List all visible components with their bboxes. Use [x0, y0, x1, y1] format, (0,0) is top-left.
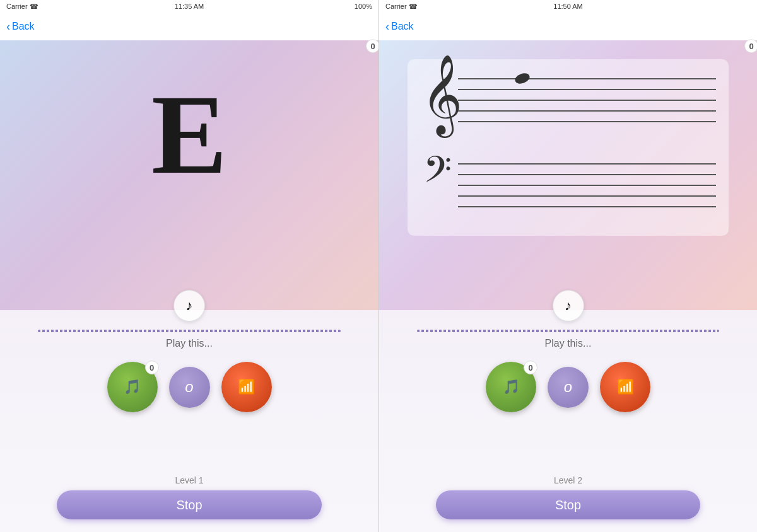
note-icon-circle-1[interactable]: ♪: [173, 290, 205, 321]
back-button-1[interactable]: ‹ Back: [6, 21, 35, 32]
note-icon-circle-2[interactable]: ♪: [553, 290, 584, 321]
screen-2: Carrier ☎ 11:50 AM ‹ Back 𝄞: [378, 0, 757, 532]
progress-dots-1: [38, 330, 341, 332]
progress-dots-2: [417, 330, 719, 332]
status-bar-1: Carrier ☎ 11:35 AM 100%: [0, 0, 378, 13]
status-bar-2: Carrier ☎ 11:50 AM: [379, 0, 757, 13]
progress-bar-1: [38, 329, 341, 333]
orange-badge-2: 0: [744, 39, 757, 53]
treble-staff: 𝄞: [420, 72, 716, 147]
purple-label-1: o: [185, 378, 193, 396]
note-head-treble: [513, 71, 531, 85]
bottom-panel-1: Play this... 🎵 0 o 📶 0: [0, 310, 378, 532]
back-label-1: Back: [12, 21, 35, 32]
note-letter-1: E: [151, 78, 227, 192]
treble-clef-icon: 𝄞: [421, 59, 462, 129]
purple-label-2: o: [564, 378, 572, 396]
staff-line-t1: [458, 78, 716, 79]
orange-button-2[interactable]: 📶 0: [600, 362, 650, 412]
note-icon-wrap-1: ♪: [173, 290, 205, 321]
content-overlay-1: E ♪ Play this... 🎵 0: [0, 40, 378, 532]
orange-button-1[interactable]: 📶 0: [221, 362, 272, 412]
green-note-icon-2: 🎵: [503, 379, 520, 395]
staff-line-t2: [458, 89, 716, 90]
staff-line-t5: [458, 121, 716, 122]
back-button-2[interactable]: ‹ Back: [385, 21, 414, 32]
green-badge-1: 0: [145, 361, 159, 374]
main-content-1: E ♪ Play this... 🎵 0: [0, 40, 378, 532]
green-button-1[interactable]: 🎵 0: [107, 362, 158, 412]
note-icon-wrap-2: ♪: [553, 290, 584, 321]
staff-line-b4: [458, 195, 716, 197]
purple-button-2[interactable]: o: [548, 367, 589, 408]
back-chevron-icon-1: ‹: [6, 21, 10, 32]
staff-line-b2: [458, 174, 716, 175]
orange-icon-1: 📶: [238, 379, 255, 395]
music-note-icon-1: ♪: [186, 298, 193, 314]
staff-line-b3: [458, 185, 716, 186]
staff-line-t3: [458, 100, 716, 101]
purple-button-1[interactable]: o: [169, 367, 210, 408]
back-chevron-icon-2: ‹: [385, 21, 389, 32]
staff-area-2: 𝄞 𝄢: [408, 59, 729, 236]
bass-clef-icon: 𝄢: [423, 152, 452, 196]
staff-line-t4: [458, 110, 716, 112]
level-text-1: Level 1: [175, 475, 203, 485]
orange-icon-2: 📶: [617, 379, 634, 395]
green-badge-2: 0: [524, 361, 537, 374]
music-note-icon-2: ♪: [565, 298, 572, 314]
buttons-row-2: 🎵 0 o 📶 0: [486, 362, 650, 412]
orange-badge-1: 0: [366, 39, 378, 53]
carrier-2: Carrier ☎: [385, 3, 418, 11]
level-text-2: Level 2: [554, 475, 582, 485]
screen-1: Carrier ☎ 11:35 AM 100% ‹ Back E ♪: [0, 0, 378, 532]
staff-line-b1: [458, 163, 716, 165]
content-overlay-2: 𝄞 𝄢: [379, 40, 757, 532]
time-2: 11:50 AM: [553, 3, 582, 10]
progress-bar-2: [417, 329, 719, 333]
nav-bar-1: ‹ Back: [0, 13, 378, 40]
stop-button-2[interactable]: Stop: [436, 490, 700, 519]
battery-1: 100%: [355, 3, 372, 10]
nav-bar-2: ‹ Back: [379, 13, 757, 40]
play-this-text-1: Play this...: [166, 338, 213, 349]
play-this-text-2: Play this...: [545, 338, 592, 349]
stop-button-1[interactable]: Stop: [57, 490, 322, 519]
time-1: 11:35 AM: [175, 3, 204, 10]
green-button-2[interactable]: 🎵 0: [486, 362, 536, 412]
staff-line-b5: [458, 206, 716, 207]
back-label-2: Back: [391, 21, 414, 32]
main-content-2: 𝄞 𝄢: [379, 40, 757, 532]
buttons-row-1: 🎵 0 o 📶 0: [107, 362, 272, 412]
bottom-panel-2: Play this... 🎵 0 o 📶 0: [379, 310, 757, 532]
carrier-1: Carrier ☎: [6, 3, 38, 11]
green-note-icon-1: 🎵: [124, 379, 141, 395]
bass-staff: 𝄢: [420, 157, 716, 226]
